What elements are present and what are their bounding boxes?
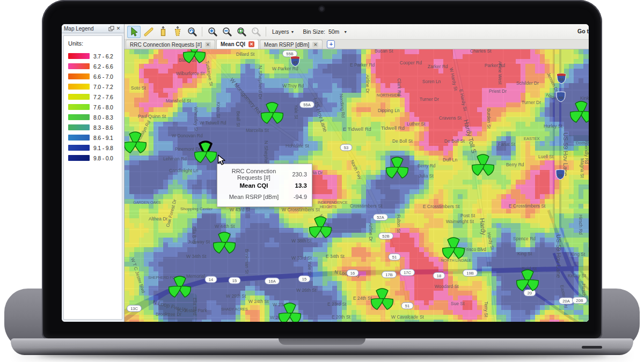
lid-notch bbox=[279, 338, 365, 345]
legend-swatch bbox=[68, 53, 90, 59]
map-legend-header: Map Legend ✕ bbox=[62, 24, 124, 33]
zoom-window-tool-button[interactable] bbox=[249, 26, 262, 38]
tab-close-icon[interactable]: ✕ bbox=[312, 42, 318, 48]
legend-swatch bbox=[68, 94, 90, 100]
legend-swatch bbox=[68, 114, 90, 120]
cell-site-icon[interactable] bbox=[276, 301, 303, 322]
zoom-window-icon bbox=[251, 26, 261, 37]
cell-site-icon[interactable] bbox=[514, 268, 541, 294]
tooltip-metric-value: 13.3 bbox=[286, 182, 307, 189]
tab-label: Mean RSRP [dBm] bbox=[264, 42, 309, 48]
chevron-down-icon: ▼ bbox=[291, 30, 295, 34]
bin-size-control: Bin Size: 50m ▼ bbox=[303, 28, 347, 35]
map-tooltip: RRC Connection Requests [#]230.3Mean CQI… bbox=[217, 164, 312, 207]
pointer-tool-button[interactable] bbox=[127, 26, 141, 38]
zoom-out-icon bbox=[222, 26, 232, 37]
cell-site-icon[interactable] bbox=[384, 155, 411, 182]
bin-size-label: Bin Size: bbox=[303, 28, 325, 35]
legend-row: 7.6 - 8.0 bbox=[68, 102, 122, 112]
legend-row: 8.6 - 9.1 bbox=[68, 132, 122, 143]
map-view[interactable]: Bland StWilburforce StSoto StMansfield S… bbox=[125, 49, 589, 322]
legend-row: 9.1 - 9.8 bbox=[68, 143, 122, 153]
tooltip-row: Mean CQI13.3 bbox=[222, 180, 307, 191]
cell-site-icon-selected[interactable] bbox=[192, 139, 219, 166]
legend-row: 6.2 - 6.6 bbox=[68, 61, 122, 71]
zoom-in-tool-button[interactable] bbox=[206, 26, 219, 38]
cell-site-icon[interactable] bbox=[470, 152, 496, 179]
legend-row: 3.7 - 6.2 bbox=[68, 51, 122, 61]
tab-close-icon[interactable]: ✕ bbox=[248, 41, 254, 47]
legend-rows: 3.7 - 6.26.2 - 6.66.6 - 7.07.0 - 7.27.2 … bbox=[68, 51, 122, 163]
cell-site-icon[interactable] bbox=[369, 286, 396, 313]
cell-site-icon[interactable] bbox=[166, 274, 193, 301]
zoom-previous-tool-button[interactable] bbox=[185, 26, 199, 38]
measure-vertical-tool-button[interactable] bbox=[156, 26, 170, 38]
tab-label: Mean CQI bbox=[221, 41, 245, 47]
measure-line-icon bbox=[143, 26, 154, 37]
goto-label[interactable]: Go t bbox=[577, 28, 589, 34]
tab-close-icon[interactable]: ✕ bbox=[205, 42, 211, 48]
legend-swatch bbox=[68, 155, 90, 161]
legend-row: 8.3 - 8.6 bbox=[68, 122, 122, 132]
tab-mean-cqi[interactable]: Mean CQI✕ bbox=[216, 39, 259, 49]
tooltip-row: RRC Connection Requests [#]230.3 bbox=[222, 168, 307, 180]
app-window: Map Legend ✕ Units: 3.7 - 6.26.2 - 6.66.… bbox=[62, 24, 589, 322]
legend-range-label: 9.8 - 0.0 bbox=[93, 155, 113, 161]
chevron-down-icon[interactable]: ▼ bbox=[343, 30, 347, 34]
legend-swatch bbox=[68, 104, 90, 110]
cell-site-icon[interactable] bbox=[307, 215, 334, 241]
close-icon[interactable]: ✕ bbox=[115, 25, 122, 32]
legend-range-label: 3.7 - 6.2 bbox=[93, 53, 113, 60]
legend-swatch bbox=[68, 73, 90, 79]
legend-row: 8.0 - 8.3 bbox=[68, 112, 122, 122]
cell-site-icon[interactable] bbox=[211, 230, 238, 257]
tooltip-metric-label: Mean CQI bbox=[222, 182, 286, 189]
zoom-in-icon bbox=[207, 26, 218, 37]
cell-site-icon[interactable] bbox=[181, 49, 208, 67]
cell-site-icon[interactable] bbox=[259, 100, 286, 127]
layers-button[interactable]: Layers ▼ bbox=[269, 26, 297, 38]
float-window-icon[interactable] bbox=[108, 25, 115, 32]
tooltip-metric-label: RRC Connection Requests [#] bbox=[222, 168, 286, 181]
units-label: Units: bbox=[68, 40, 122, 47]
cell-site-icon[interactable] bbox=[125, 130, 149, 157]
laptop-shadow bbox=[38, 351, 606, 358]
zoom-previous-icon bbox=[187, 26, 197, 37]
antenna-layer bbox=[125, 49, 589, 322]
map-legend-panel: Map Legend ✕ Units: 3.7 - 6.26.2 - 6.66.… bbox=[62, 24, 125, 322]
legend-row: 7.0 - 7.2 bbox=[68, 82, 122, 92]
map-legend-body: Units: 3.7 - 6.26.2 - 6.66.6 - 7.07.0 - … bbox=[63, 35, 122, 320]
tooltip-metric-label: Mean RSRP [dBm] bbox=[222, 194, 286, 200]
legend-range-label: 8.6 - 9.1 bbox=[93, 135, 113, 141]
legend-swatch bbox=[68, 63, 90, 69]
cell-site-icon[interactable] bbox=[568, 99, 589, 126]
legend-range-label: 7.0 - 7.2 bbox=[93, 84, 113, 90]
legend-swatch bbox=[68, 84, 90, 90]
zoom-extent-tool-button[interactable] bbox=[235, 26, 248, 38]
zoom-extent-icon bbox=[236, 26, 247, 37]
tab-bar: RRC Connection Requests [#]✕Mean CQI✕Mea… bbox=[125, 40, 589, 49]
measure-area-icon bbox=[172, 26, 183, 37]
rubber-foot bbox=[582, 346, 602, 349]
legend-swatch bbox=[68, 145, 90, 151]
cell-site-icon[interactable] bbox=[440, 235, 467, 262]
legend-row: 9.8 - 0.0 bbox=[68, 153, 122, 163]
tooltip-metric-value: 230.3 bbox=[286, 171, 307, 178]
tab-rrc-connection-requests[interactable]: RRC Connection Requests [#]✕ bbox=[126, 40, 215, 49]
legend-range-label: 8.3 - 8.6 bbox=[93, 124, 113, 131]
laptop-mockup: Map Legend ✕ Units: 3.7 - 6.26.2 - 6.66.… bbox=[0, 0, 644, 362]
layers-label: Layers bbox=[272, 28, 289, 35]
measure-line-tool-button[interactable] bbox=[142, 26, 155, 38]
add-tab-button[interactable]: + bbox=[327, 40, 335, 48]
measure-vertical-icon bbox=[158, 26, 169, 37]
legend-row: 7.2 - 7.6 bbox=[68, 92, 122, 102]
legend-range-label: 8.0 - 8.3 bbox=[93, 114, 113, 121]
legend-range-label: 7.2 - 7.6 bbox=[93, 94, 113, 100]
tab-mean-rsrp-dbm[interactable]: Mean RSRP [dBm]✕ bbox=[260, 40, 323, 49]
measure-area-tool-button[interactable] bbox=[171, 26, 184, 38]
bin-size-value[interactable]: 50m bbox=[328, 28, 339, 35]
legend-range-label: 6.6 - 7.0 bbox=[93, 73, 113, 80]
toolbar: Layers ▼ Bin Size: 50m ▼ Go t bbox=[125, 24, 589, 40]
tab-label: RRC Connection Requests [#] bbox=[130, 42, 202, 48]
zoom-out-tool-button[interactable] bbox=[220, 26, 233, 38]
